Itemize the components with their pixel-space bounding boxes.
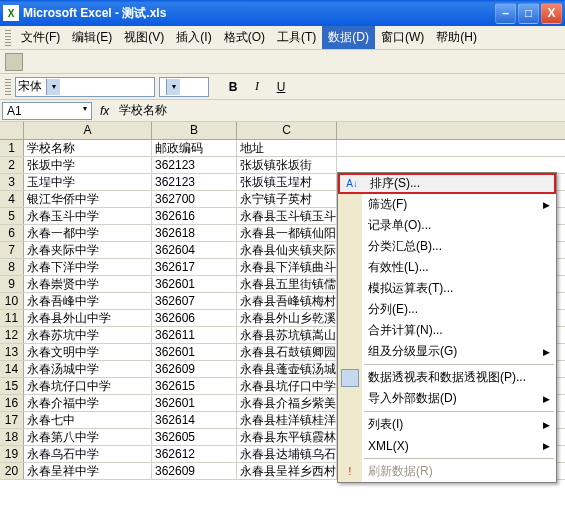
cell[interactable]: 永春县东平镇霞林村415号 [237,429,337,445]
menu-file[interactable]: 文件(F) [15,26,66,49]
cell[interactable]: 永春吾峰中学 [24,293,152,309]
cell[interactable]: 362601 [152,344,237,360]
cell[interactable]: 永春县石鼓镇卿园村 [237,344,337,360]
cell[interactable]: 362612 [152,446,237,462]
menu-item-table[interactable]: 模拟运算表(T)... [338,278,556,299]
cell[interactable]: 永春夹际中学 [24,242,152,258]
cell[interactable]: 永春县下洋镇曲斗 [237,259,337,275]
menu-format[interactable]: 格式(O) [218,26,271,49]
cell[interactable]: 362123 [152,157,237,173]
cell[interactable]: 永春乌石中学 [24,446,152,462]
row-header[interactable]: 2 [0,157,24,173]
cell[interactable]: 永春一都中学 [24,225,152,241]
menu-item-list[interactable]: 列表(I) ▶ [338,414,556,435]
menu-window[interactable]: 窗口(W) [375,26,430,49]
cell[interactable]: 362606 [152,310,237,326]
row-header[interactable]: 11 [0,310,24,326]
cell[interactable]: 362609 [152,463,237,479]
cell[interactable]: 永春第八中学 [24,429,152,445]
row-header[interactable]: 10 [0,293,24,309]
row-header[interactable]: 7 [0,242,24,258]
formula-input[interactable]: 学校名称 [115,101,565,120]
cell[interactable]: 永春县仙夹镇夹际 [237,242,337,258]
chevron-down-icon[interactable]: ▾ [46,79,60,95]
cell[interactable]: 张坂镇玉埕村 [237,174,337,190]
cell[interactable]: 永春县蓬壶镇汤城 [237,361,337,377]
cell[interactable]: 永春县苏坑镇嵩山村 [237,327,337,343]
row-header[interactable]: 20 [0,463,24,479]
menu-item-sort[interactable]: A↓ 排序(S)... [338,173,556,194]
cell[interactable]: 362601 [152,395,237,411]
cell[interactable]: 永春县吾峰镇梅村 [237,293,337,309]
select-all-corner[interactable] [0,122,24,139]
cell[interactable]: 永春县达埔镇乌石村 [237,446,337,462]
row-header[interactable]: 14 [0,361,24,377]
menu-edit[interactable]: 编辑(E) [66,26,118,49]
cell[interactable]: 362604 [152,242,237,258]
chevron-down-icon[interactable]: ▾ [166,79,180,95]
cell[interactable]: 学校名称 [24,140,152,156]
row-header[interactable]: 17 [0,412,24,428]
menu-item-group[interactable]: 组及分级显示(G) ▶ [338,341,556,362]
row-header[interactable]: 1 [0,140,24,156]
cell[interactable]: 永春县呈祥乡西村村548号 [237,463,337,479]
cell[interactable]: 362609 [152,361,237,377]
menu-item-pivot[interactable]: 数据透视表和数据透视图(P)... [338,367,556,388]
table-row[interactable]: 1学校名称邮政编码地址 [0,140,565,157]
col-header-b[interactable]: B [152,122,237,139]
titlebar[interactable]: X Microsoft Excel - 测试.xls – □ X [0,0,565,26]
menu-help[interactable]: 帮助(H) [430,26,483,49]
menu-item-form[interactable]: 记录单(O)... [338,215,556,236]
cell[interactable]: 永春县外山乡乾溪村 [237,310,337,326]
cell[interactable]: 邮政编码 [152,140,237,156]
menu-item-consolidate[interactable]: 合并计算(N)... [338,320,556,341]
font-size-combo[interactable]: ▾ [159,77,209,97]
fx-icon[interactable]: fx [100,104,109,118]
cell[interactable]: 362616 [152,208,237,224]
menu-item-filter[interactable]: 筛选(F) ▶ [338,194,556,215]
menu-insert[interactable]: 插入(I) [170,26,217,49]
cell[interactable]: 永春县外山中学 [24,310,152,326]
cell[interactable]: 玉埕中学 [24,174,152,190]
row-header[interactable]: 18 [0,429,24,445]
cell[interactable]: 永春介福中学 [24,395,152,411]
row-header[interactable]: 16 [0,395,24,411]
cell[interactable]: 永春县玉斗镇玉斗村 [237,208,337,224]
cell[interactable]: 永春县五里街镇儒村 [237,276,337,292]
cell[interactable]: 362123 [152,174,237,190]
cell[interactable]: 永春文明中学 [24,344,152,360]
cell[interactable]: 362601 [152,276,237,292]
cell[interactable]: 362618 [152,225,237,241]
cell[interactable]: 362617 [152,259,237,275]
maximize-button[interactable]: □ [518,3,539,24]
row-header[interactable]: 5 [0,208,24,224]
cell[interactable]: 362614 [152,412,237,428]
cell[interactable]: 银江华侨中学 [24,191,152,207]
row-header[interactable]: 6 [0,225,24,241]
row-header[interactable]: 13 [0,344,24,360]
chevron-down-icon[interactable]: ▾ [83,104,87,118]
cell[interactable]: 永春县一都镇仙阳村 [237,225,337,241]
cell[interactable]: 地址 [237,140,337,156]
col-header-c[interactable]: C [237,122,337,139]
cell[interactable]: 362607 [152,293,237,309]
col-header-a[interactable]: A [24,122,152,139]
font-combo[interactable]: 宋体 ▾ [15,77,155,97]
menu-view[interactable]: 视图(V) [118,26,170,49]
worksheet[interactable]: A B C 1学校名称邮政编码地址2张坂中学362123张坂镇张坂街3玉埕中学3… [0,122,565,521]
underline-button[interactable]: U [271,77,291,97]
cell[interactable]: 张坂中学 [24,157,152,173]
row-header[interactable]: 8 [0,259,24,275]
cell[interactable]: 永春县坑仔口中学 [237,378,337,394]
cell[interactable]: 张坂镇张坂街 [237,157,337,173]
menu-item-text-to-columns[interactable]: 分列(E)... [338,299,556,320]
cell[interactable]: 永春七中 [24,412,152,428]
cell[interactable]: 永春下洋中学 [24,259,152,275]
cell[interactable]: 永春县介福乡紫美村586号 [237,395,337,411]
cell[interactable]: 永春苏坑中学 [24,327,152,343]
menu-item-import[interactable]: 导入外部数据(D) ▶ [338,388,556,409]
minimize-button[interactable]: – [495,3,516,24]
menu-tools[interactable]: 工具(T) [271,26,322,49]
cell[interactable]: 永春崇贤中学 [24,276,152,292]
cell[interactable]: 永春玉斗中学 [24,208,152,224]
